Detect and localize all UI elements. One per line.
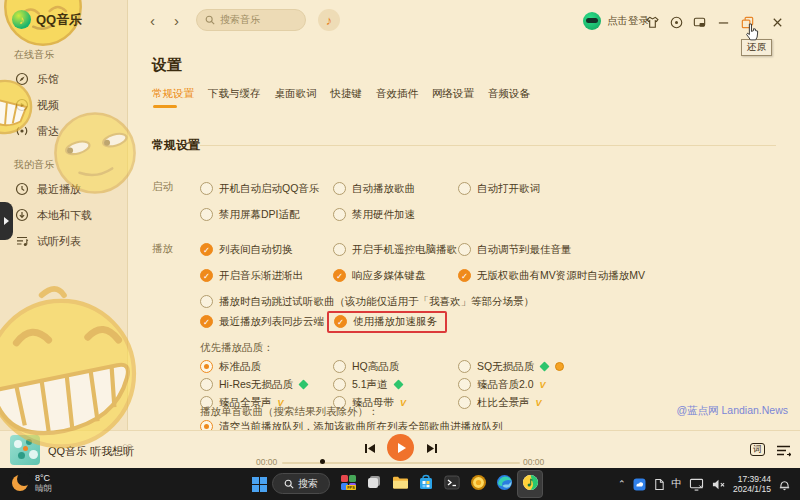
sidebar-item-download[interactable]: 本地和下载 xyxy=(14,202,128,228)
notification-bell-icon[interactable] xyxy=(778,478,791,491)
sidebar-nav: 在线音乐乐馆视频雷达我的音乐最近播放本地和下载试听列表 xyxy=(0,46,128,254)
radio-unselected xyxy=(458,360,471,373)
qq-music-logo-icon: ♪ xyxy=(12,10,31,29)
tab-音频设备[interactable]: 音频设备 xyxy=(488,87,530,108)
checkbox-checked: ✓ xyxy=(200,315,213,328)
taskbar-app-file-explorer[interactable] xyxy=(387,470,413,498)
close-button[interactable] xyxy=(768,13,786,31)
expand-arrow-icon xyxy=(4,217,9,225)
settings-button[interactable] xyxy=(667,13,685,31)
sidebar-item-playlist[interactable]: 试听列表 xyxy=(14,228,128,254)
options-row: 播放时自动跳过试听歌曲（该功能仅适用于「我喜欢」等部分场景） xyxy=(200,293,333,310)
tray-chevron-up-icon[interactable]: ⌃ xyxy=(618,479,626,489)
checkbox-option[interactable]: 自动播放歌曲 xyxy=(333,182,458,196)
search-icon xyxy=(284,479,294,489)
screen: ♪ QQ音乐 在线音乐乐馆视频雷达我的音乐最近播放本地和下载试听列表 ‹ › 搜… xyxy=(0,0,800,500)
taskbar-app-terminal[interactable] xyxy=(439,470,465,498)
minimize-button[interactable] xyxy=(714,13,732,31)
tab-桌面歌词[interactable]: 桌面歌词 xyxy=(275,87,317,108)
album-art[interactable] xyxy=(10,435,40,465)
time-current: 00:00 xyxy=(256,457,277,467)
checkbox-option[interactable]: ✓无版权歌曲有MV资源时自动播放MV xyxy=(458,269,645,283)
moon-icon xyxy=(10,473,30,493)
radio-option[interactable]: Hi-Res无损品质 xyxy=(200,378,333,392)
checkbox-option[interactable]: 自动调节到最佳音量 xyxy=(458,243,572,257)
option-label: HQ高品质 xyxy=(352,360,399,374)
sidebar-item-label: 试听列表 xyxy=(37,234,81,249)
circle-dot-icon xyxy=(669,15,684,30)
ime-indicator[interactable]: 中 xyxy=(672,477,683,491)
option-label: 自动播放歌曲 xyxy=(352,182,415,196)
checkbox-checked: ✓ xyxy=(200,269,213,282)
radio-option[interactable]: HQ高品质 xyxy=(333,360,458,374)
radio-option[interactable]: 杜比全景声V xyxy=(458,396,542,410)
taskbar-search[interactable]: 搜索 xyxy=(272,473,330,494)
options-row: ✓最近播放列表同步云端✓使用播放加速服务 xyxy=(200,313,447,330)
taskbar-app-qq-music[interactable] xyxy=(517,470,543,498)
tab-常规设置[interactable]: 常规设置 xyxy=(152,87,194,108)
favorite-heart-icon[interactable]: ♡ xyxy=(122,442,133,456)
play-button[interactable] xyxy=(387,434,414,461)
option-label: 禁用硬件加速 xyxy=(352,208,415,222)
checkbox-unchecked xyxy=(458,182,471,195)
side-panel-handle[interactable] xyxy=(0,202,13,240)
windows-logo-icon xyxy=(252,477,267,492)
checkbox-option[interactable]: 开启手机遥控电脑播歌 xyxy=(333,243,458,257)
previous-button[interactable] xyxy=(363,441,377,459)
nav-forward-button[interactable]: › xyxy=(174,11,179,31)
checkbox-option[interactable]: 禁用硬件加速 xyxy=(333,208,458,222)
lyrics-button[interactable]: 词 xyxy=(750,443,765,456)
tray-document-icon[interactable] xyxy=(653,478,665,491)
nav-back-button[interactable]: ‹ xyxy=(150,11,155,31)
app-logo[interactable]: ♪ QQ音乐 xyxy=(12,10,82,29)
windows-start-button[interactable] xyxy=(246,470,272,498)
volume-muted-icon[interactable] xyxy=(711,478,726,491)
taskbar-app-edge[interactable] xyxy=(491,470,517,498)
sidebar-item-clock[interactable]: 最近播放 xyxy=(14,176,128,202)
playlist-button[interactable] xyxy=(776,443,791,461)
search-input[interactable]: 搜索音乐 xyxy=(196,9,306,31)
checkbox-option[interactable]: 自动打开歌词 xyxy=(458,182,540,196)
taskbar-app-task-view[interactable] xyxy=(361,470,387,498)
ms-store-icon xyxy=(418,474,434,494)
checkbox-option[interactable]: ✓开启音乐渐进渐出 xyxy=(200,269,333,283)
radio-option[interactable]: 标准品质 xyxy=(200,360,333,374)
next-button[interactable] xyxy=(425,441,439,459)
taskbar-app-browser-gold[interactable] xyxy=(465,470,491,498)
tray-display-icon[interactable] xyxy=(689,478,704,491)
radio-option[interactable]: 臻品音质2.0V xyxy=(458,378,546,392)
music-recognition-icon[interactable]: ♪ xyxy=(318,9,340,31)
radio-option[interactable]: 5.1声道 xyxy=(333,378,458,392)
taskbar-app-widgets[interactable]: FPS xyxy=(335,470,361,498)
tab-网络设置[interactable]: 网络设置 xyxy=(432,87,474,108)
checkbox-option[interactable]: ✓最近播放列表同步云端 xyxy=(200,315,333,329)
checkbox-option[interactable]: ✓使用播放加速服务 xyxy=(327,311,447,333)
sidebar-item-radar[interactable]: 雷达 xyxy=(14,118,128,144)
tab-下载与缓存[interactable]: 下载与缓存 xyxy=(208,87,261,108)
checkbox-option[interactable]: 开机自动启动QQ音乐 xyxy=(200,182,333,196)
tab-音效插件[interactable]: 音效插件 xyxy=(376,87,418,108)
clock-date: 2024/1/15 xyxy=(733,484,771,494)
shirt-icon xyxy=(645,15,660,30)
sidebar-item-compass[interactable]: 乐馆 xyxy=(14,66,128,92)
tab-快捷键[interactable]: 快捷键 xyxy=(331,87,363,108)
radio-option[interactable]: SQ无损品质 xyxy=(458,360,564,374)
progress-track[interactable] xyxy=(282,462,520,464)
checkbox-option[interactable]: 禁用屏幕DPI适配 xyxy=(200,208,333,222)
sidebar-item-play-circle[interactable]: 视频 xyxy=(14,92,128,118)
taskbar-app-ms-store[interactable] xyxy=(413,470,439,498)
sidebar-item-label: 雷达 xyxy=(37,124,59,139)
progress-handle[interactable] xyxy=(320,459,325,464)
login-button[interactable]: 点击登录 xyxy=(583,12,649,30)
option-label: 自动调节到最佳音量 xyxy=(477,243,572,257)
weather-widget[interactable]: 8°C 晴朗 xyxy=(10,473,52,493)
checkbox-option[interactable]: 播放时自动跳过试听歌曲（该功能仅适用于「我喜欢」等部分场景） xyxy=(200,295,333,309)
browser-gold-icon xyxy=(470,474,487,495)
mini-mode-button[interactable] xyxy=(690,13,708,31)
tray-onedrive-icon[interactable] xyxy=(633,478,646,491)
mouse-cursor-hand xyxy=(744,23,760,46)
taskbar-clock[interactable]: 17:39:44 2024/1/15 xyxy=(733,474,771,494)
checkbox-option[interactable]: ✓响应多媒体键盘 xyxy=(333,269,458,283)
skin-theme-button[interactable] xyxy=(643,13,661,31)
checkbox-option[interactable]: ✓列表间自动切换 xyxy=(200,243,333,257)
